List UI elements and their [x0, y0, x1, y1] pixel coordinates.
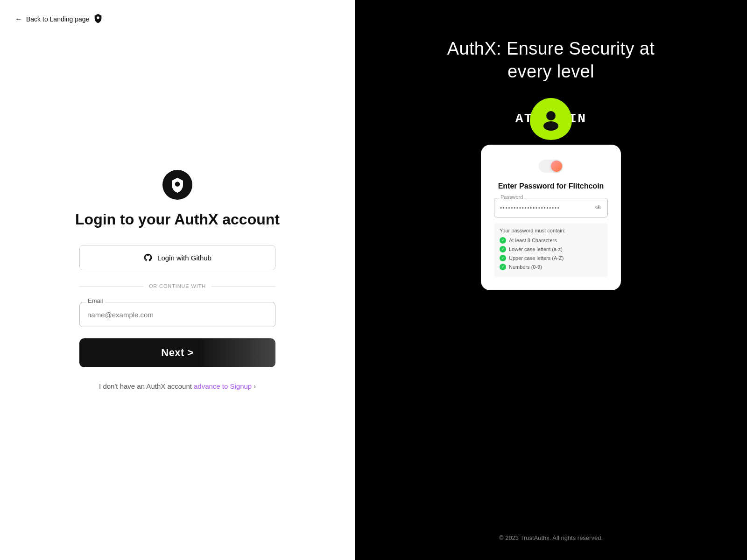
divider-text: OR CONTINUE WITH	[149, 283, 206, 289]
github-btn-label: Login with Github	[157, 254, 211, 262]
email-input[interactable]	[79, 302, 275, 327]
next-btn-label: Next >	[161, 347, 193, 358]
divider-row: OR CONTINUE WITH	[79, 283, 275, 289]
req-item-1: ✓ At least 8 Characters	[500, 237, 602, 244]
toggle-thumb	[551, 161, 562, 172]
tagline: AuthX: Ensure Security at every level	[434, 37, 668, 84]
req-item-3: ✓ Upper case letters (A-Z)	[500, 255, 602, 261]
toggle-switch[interactable]	[539, 160, 563, 173]
left-panel: ← Back to Landing page Login to your Aut…	[0, 0, 355, 560]
toggle-row	[494, 160, 608, 173]
svg-point-0	[97, 16, 100, 19]
svg-point-2	[546, 111, 556, 120]
password-dots: ••••••••••••••••••••••	[500, 205, 595, 210]
arrow-left-icon: ←	[15, 15, 22, 23]
right-panel: AuthX: Ensure Security at every level AT…	[355, 0, 747, 560]
login-title: Login to your AuthX account	[75, 211, 280, 228]
right-content: AuthX: Ensure Security at every level AT…	[374, 37, 728, 290]
req-label-1: At least 8 Characters	[509, 238, 557, 243]
user-avatar-bubble	[530, 98, 572, 140]
signup-link[interactable]: advance to Signup	[194, 382, 252, 390]
phone-card: Enter Password for Flitchcoin Password •…	[481, 145, 621, 290]
divider-line-right	[211, 286, 275, 287]
next-button[interactable]: Next >	[79, 338, 275, 367]
github-login-button[interactable]: Login with Github	[79, 245, 275, 270]
password-field-label: Password	[499, 194, 524, 200]
copyright: © 2023 TrustAuthx. All rights reserved.	[499, 534, 603, 541]
check-icon-2: ✓	[500, 246, 506, 252]
email-label: Email	[86, 297, 105, 304]
req-label-2: Lower case letters (a-z)	[509, 246, 563, 252]
svg-point-3	[543, 121, 558, 131]
signup-row: I don't have an AuthX account advance to…	[99, 382, 256, 390]
req-item-4: ✓ Numbers (0-9)	[500, 264, 602, 270]
email-field-wrapper: Email	[79, 302, 275, 327]
shield-icon-small	[93, 13, 103, 25]
eye-icon[interactable]: 👁	[595, 204, 602, 211]
req-label-4: Numbers (0-9)	[509, 264, 542, 270]
github-icon	[143, 253, 153, 262]
phone-card-wrapper: Enter Password for Flitchcoin Password •…	[481, 121, 621, 290]
back-to-landing-link[interactable]: ← Back to Landing page	[15, 13, 103, 25]
back-label: Back to Landing page	[26, 15, 89, 23]
requirements-title: Your password must contain:	[500, 228, 602, 233]
person-icon	[539, 107, 563, 131]
password-field-card: Password •••••••••••••••••••••• 👁	[494, 198, 608, 217]
left-content: Login to your AuthX account Login with G…	[0, 0, 355, 560]
check-icon-1: ✓	[500, 237, 506, 244]
no-account-text: I don't have an AuthX account	[99, 382, 192, 390]
req-item-2: ✓ Lower case letters (a-z)	[500, 246, 602, 252]
svg-point-1	[175, 182, 180, 187]
card-title: Enter Password for Flitchcoin	[494, 182, 608, 190]
requirements-box: Your password must contain: ✓ At least 8…	[494, 223, 608, 277]
check-icon-3: ✓	[500, 255, 506, 261]
req-label-3: Upper case letters (A-Z)	[509, 255, 564, 261]
authx-logo-icon	[162, 170, 192, 200]
divider-line-left	[79, 286, 143, 287]
check-icon-4: ✓	[500, 264, 506, 270]
signup-arrow-icon: ›	[254, 383, 256, 390]
